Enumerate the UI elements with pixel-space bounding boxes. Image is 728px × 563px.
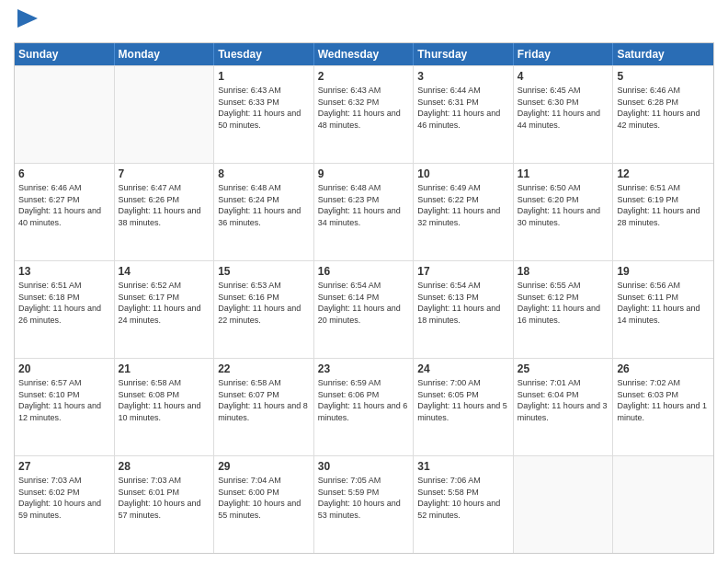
cell-daylight-info: Daylight: 11 hours and 16 minutes. [518,303,609,326]
cell-daylight-info: Daylight: 11 hours and 24 minutes. [119,303,210,326]
calendar-week-2: 6Sunrise: 6:46 AMSunset: 6:27 PMDaylight… [15,163,713,260]
calendar-cell: 21Sunrise: 6:58 AMSunset: 6:08 PMDayligh… [115,359,215,455]
cell-sun-info: Sunrise: 6:50 AM [518,182,609,194]
cell-sun-info: Sunrise: 6:47 AM [119,182,210,194]
day-number: 3 [417,69,509,84]
calendar-cell: 6Sunrise: 6:46 AMSunset: 6:27 PMDaylight… [15,164,115,260]
cell-daylight-info: Daylight: 11 hours and 30 minutes. [518,205,609,228]
cell-sunset-info: Sunset: 6:18 PM [18,292,110,304]
calendar-cell: 12Sunrise: 6:51 AMSunset: 6:19 PMDayligh… [613,164,713,260]
cell-sunset-info: Sunset: 6:14 PM [318,292,410,304]
calendar-cell [514,456,614,553]
day-header-monday: Monday [115,43,215,65]
cell-sun-info: Sunrise: 6:56 AM [617,280,710,292]
day-number: 9 [318,167,410,181]
cell-sunset-info: Sunset: 6:07 PM [218,389,310,401]
calendar-cell: 31Sunrise: 7:06 AMSunset: 5:58 PMDayligh… [414,456,514,553]
day-number: 31 [417,459,509,474]
calendar-week-5: 27Sunrise: 7:03 AMSunset: 6:02 PMDayligh… [15,455,713,553]
calendar-cell: 23Sunrise: 6:59 AMSunset: 6:06 PMDayligh… [314,359,415,455]
calendar-cell: 4Sunrise: 6:45 AMSunset: 6:30 PMDaylight… [514,66,614,163]
cell-sun-info: Sunrise: 6:48 AM [318,182,410,194]
cell-sunset-info: Sunset: 6:24 PM [218,194,310,206]
cell-sun-info: Sunrise: 6:44 AM [417,85,509,97]
cell-sun-info: Sunrise: 6:43 AM [318,85,410,97]
cell-sun-info: Sunrise: 6:46 AM [617,85,710,97]
calendar-cell [613,456,713,553]
logo-icon [17,9,38,37]
day-number: 27 [18,459,110,474]
cell-daylight-info: Daylight: 11 hours and 40 minutes. [18,205,110,228]
calendar-cell: 27Sunrise: 7:03 AMSunset: 6:02 PMDayligh… [15,456,115,553]
cell-daylight-info: Daylight: 11 hours and 5 minutes. [417,400,509,423]
logo [14,9,38,37]
day-number: 10 [417,167,509,181]
calendar-cell: 29Sunrise: 7:04 AMSunset: 6:00 PMDayligh… [214,456,314,553]
calendar-header: SundayMondayTuesdayWednesdayThursdayFrid… [15,43,713,65]
cell-sun-info: Sunrise: 6:54 AM [318,280,410,292]
day-number: 18 [518,264,609,279]
cell-daylight-info: Daylight: 11 hours and 48 minutes. [318,108,410,131]
cell-sunset-info: Sunset: 6:30 PM [518,97,609,109]
day-header-sunday: Sunday [15,43,115,65]
cell-sun-info: Sunrise: 6:58 AM [119,377,210,389]
cell-sun-info: Sunrise: 6:57 AM [18,377,110,389]
page: SundayMondayTuesdayWednesdayThursdayFrid… [0,0,728,563]
cell-sunset-info: Sunset: 5:59 PM [318,487,410,499]
calendar-week-3: 13Sunrise: 6:51 AMSunset: 6:18 PMDayligh… [15,260,713,358]
calendar: SundayMondayTuesdayWednesdayThursdayFrid… [14,42,714,554]
cell-sunset-info: Sunset: 6:06 PM [318,389,410,401]
day-number: 29 [218,459,310,474]
day-number: 30 [318,459,410,474]
cell-sunset-info: Sunset: 5:58 PM [417,487,509,499]
cell-sun-info: Sunrise: 6:52 AM [119,280,210,292]
header [14,9,714,37]
cell-daylight-info: Daylight: 11 hours and 44 minutes. [518,108,609,131]
calendar-cell: 16Sunrise: 6:54 AMSunset: 6:14 PMDayligh… [314,261,415,358]
cell-sunset-info: Sunset: 6:12 PM [518,292,609,304]
cell-daylight-info: Daylight: 11 hours and 42 minutes. [617,108,710,131]
cell-sun-info: Sunrise: 6:53 AM [218,280,310,292]
cell-sun-info: Sunrise: 6:45 AM [518,85,609,97]
day-number: 2 [318,69,410,84]
day-number: 20 [18,362,110,376]
day-number: 15 [218,264,310,279]
day-number: 26 [617,362,710,376]
calendar-cell: 3Sunrise: 6:44 AMSunset: 6:31 PMDaylight… [414,66,514,163]
day-header-saturday: Saturday [613,43,713,65]
cell-sun-info: Sunrise: 6:58 AM [218,377,310,389]
cell-sun-info: Sunrise: 6:46 AM [18,182,110,194]
calendar-week-4: 20Sunrise: 6:57 AMSunset: 6:10 PMDayligh… [15,358,713,455]
day-number: 5 [617,69,710,84]
cell-sunset-info: Sunset: 6:23 PM [318,194,410,206]
cell-daylight-info: Daylight: 11 hours and 22 minutes. [218,303,310,326]
cell-daylight-info: Daylight: 11 hours and 28 minutes. [617,205,710,228]
cell-sunset-info: Sunset: 6:05 PM [417,389,509,401]
calendar-cell: 25Sunrise: 7:01 AMSunset: 6:04 PMDayligh… [514,359,614,455]
calendar-body: 1Sunrise: 6:43 AMSunset: 6:33 PMDaylight… [15,65,713,553]
calendar-cell: 9Sunrise: 6:48 AMSunset: 6:23 PMDaylight… [314,164,415,260]
calendar-cell [15,66,115,163]
day-number: 6 [18,167,110,181]
cell-sun-info: Sunrise: 7:01 AM [518,377,609,389]
cell-sun-info: Sunrise: 7:03 AM [119,475,210,487]
cell-sun-info: Sunrise: 6:48 AM [218,182,310,194]
cell-daylight-info: Daylight: 11 hours and 32 minutes. [417,205,509,228]
cell-daylight-info: Daylight: 10 hours and 53 minutes. [318,498,410,521]
cell-daylight-info: Daylight: 11 hours and 18 minutes. [417,303,509,326]
calendar-week-1: 1Sunrise: 6:43 AMSunset: 6:33 PMDaylight… [15,65,713,163]
calendar-cell: 11Sunrise: 6:50 AMSunset: 6:20 PMDayligh… [514,164,614,260]
cell-sun-info: Sunrise: 7:03 AM [18,475,110,487]
calendar-cell: 10Sunrise: 6:49 AMSunset: 6:22 PMDayligh… [414,164,514,260]
day-number: 8 [218,167,310,181]
cell-sunset-info: Sunset: 6:26 PM [119,194,210,206]
day-number: 12 [617,167,710,181]
day-number: 21 [119,362,210,376]
cell-daylight-info: Daylight: 11 hours and 6 minutes. [318,400,410,423]
cell-sun-info: Sunrise: 6:49 AM [417,182,509,194]
cell-daylight-info: Daylight: 11 hours and 36 minutes. [218,205,310,228]
cell-sun-info: Sunrise: 7:00 AM [417,377,509,389]
day-number: 4 [518,69,609,84]
day-number: 25 [518,362,609,376]
day-number: 1 [218,69,310,84]
